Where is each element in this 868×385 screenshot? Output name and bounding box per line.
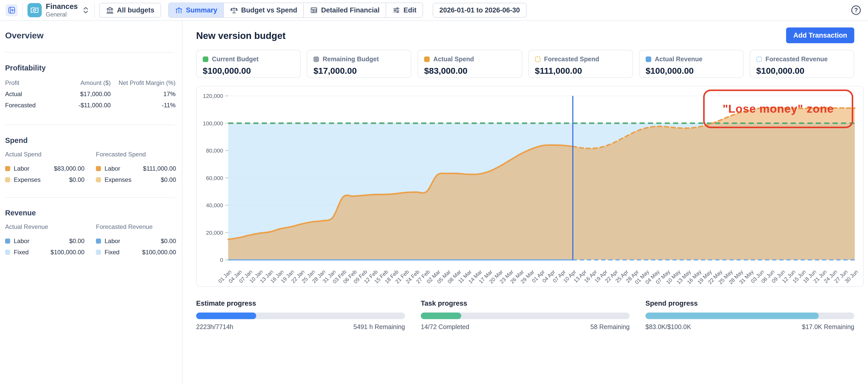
progress-track: [645, 313, 854, 319]
estimate-progress: Estimate progress 2223h/7714h 5491 h Rem…: [196, 299, 405, 330]
fixed-swatch: [5, 250, 10, 255]
table-row: Actual $17,000.00 17%: [5, 91, 176, 102]
stat-card-actual-revenue: Actual Revenue $100,000.00: [639, 50, 744, 78]
tab-summary[interactable]: Summary: [169, 3, 223, 17]
progress-track: [196, 313, 405, 319]
forecasted-spend-column: Forecasted Spend Labor $111,000.00 Expen…: [96, 151, 176, 185]
actual-revenue-column: Actual Revenue Labor $0.00 Fixed $100,00…: [5, 223, 85, 258]
progress-left-label: 2223h/7714h: [196, 323, 233, 330]
list-item: Labor $83,000.00: [5, 163, 85, 174]
task-progress: Task progress 14/72 Completed 58 Remaini…: [421, 299, 630, 330]
labor-swatch: [96, 238, 101, 244]
list-item: Fixed $100,000.00: [5, 247, 85, 258]
date-range-button[interactable]: 2026-01-01 to 2026-06-30: [433, 3, 527, 18]
list-item: Labor $111,000.00: [96, 163, 176, 174]
divider: [5, 52, 175, 53]
progress-fill: [421, 313, 461, 319]
list-item: Expenses $0.00: [96, 174, 176, 185]
revenue-breakdown: Actual Revenue Labor $0.00 Fixed $100,00…: [5, 223, 175, 258]
labor-swatch: [5, 238, 10, 244]
divider: [5, 197, 175, 198]
actual-spend-swatch: [424, 57, 430, 62]
budget-app: Finances General All budgets: [0, 0, 868, 385]
expenses-swatch: [96, 177, 101, 182]
profit-table-header: Profit Amount ($) Net Profit Margin (%): [5, 79, 176, 91]
collapse-sidebar-button[interactable]: [6, 4, 18, 16]
divider: [5, 125, 175, 125]
list-item: Expenses $0.00: [5, 174, 85, 185]
add-transaction-button[interactable]: Add Transaction: [786, 28, 854, 43]
progress-section: Estimate progress 2223h/7714h 5491 h Rem…: [196, 299, 854, 330]
scales-icon: [230, 6, 238, 14]
budget-titles: Finances General: [46, 3, 78, 18]
profitability-table: Profit Amount ($) Net Profit Margin (%) …: [5, 79, 176, 113]
main-panel: New version budget Add Transaction Curre…: [182, 21, 868, 385]
labor-swatch: [96, 166, 101, 171]
current-budget-swatch: [203, 57, 208, 62]
question-icon: ?: [850, 4, 862, 16]
list-item: Labor $0.00: [96, 235, 176, 247]
budget-area-chart[interactable]: 020,00040,00060,00080,000100,000120,0000…: [197, 87, 863, 286]
budget-name: Finances: [46, 3, 78, 11]
svg-text:60,000: 60,000: [206, 175, 223, 181]
actual-revenue-swatch: [646, 57, 651, 62]
bank-icon: [106, 6, 114, 14]
list-item: Labor $0.00: [5, 235, 85, 247]
banknote-icon: [30, 5, 40, 15]
progress-track: [421, 313, 630, 319]
svg-text:0: 0: [220, 257, 223, 263]
progress-right-label: 58 Remaining: [590, 323, 630, 330]
spend-progress: Spend progress $83.0K/$100.0K $17.0K Rem…: [645, 299, 854, 330]
overview-sidebar: Overview Profitability Profit Amount ($)…: [0, 21, 182, 385]
page-title: New version budget: [196, 31, 286, 41]
svg-text:40,000: 40,000: [206, 202, 223, 208]
budget-selector[interactable]: Finances General: [28, 3, 90, 18]
all-budgets-button[interactable]: All budgets: [99, 3, 161, 18]
sliders-icon: [392, 6, 400, 14]
stat-cards: Current Budget $100,000.00 Remaining Bud…: [196, 50, 854, 78]
svg-text:120,000: 120,000: [203, 93, 223, 99]
progress-right-label: $17.0K Remaining: [802, 323, 854, 330]
stat-card-forecasted-spend: Forecasted Spend $111,000.00: [528, 50, 633, 78]
progress-fill: [196, 313, 256, 319]
summary-chart-icon: [175, 6, 183, 14]
top-bar: Finances General All budgets: [0, 0, 868, 21]
stat-card-current-budget: Current Budget $100,000.00: [196, 50, 301, 78]
svg-text:80,000: 80,000: [206, 148, 223, 154]
tab-budget-vs-spend[interactable]: Budget vs Spend: [223, 3, 304, 17]
spend-breakdown: Actual Spend Labor $83,000.00 Expenses $…: [5, 151, 175, 185]
budget-chart-card: 020,00040,00060,00080,000100,000120,0000…: [196, 86, 864, 287]
sidebar-title: Overview: [5, 31, 175, 40]
tab-edit[interactable]: Edit: [386, 3, 423, 17]
forecasted-spend-swatch: [535, 57, 540, 62]
svg-text:?: ?: [854, 7, 858, 13]
list-item: Fixed $100,000.00: [96, 247, 176, 258]
chevron-up-down-icon[interactable]: [82, 6, 90, 14]
progress-fill: [645, 313, 819, 319]
divider: [94, 3, 95, 18]
svg-text:100,000: 100,000: [203, 120, 223, 127]
spend-heading: Spend: [5, 136, 175, 145]
progress-left-label: $83.0K/$100.0K: [645, 323, 691, 330]
revenue-heading: Revenue: [5, 209, 175, 217]
remaining-budget-swatch: [313, 57, 319, 62]
actual-spend-column: Actual Spend Labor $83,000.00 Expenses $…: [5, 151, 85, 185]
budget-group: General: [46, 11, 78, 18]
stat-card-remaining-budget: Remaining Budget $17,000.00: [307, 50, 411, 78]
collapse-sidebar-icon: [7, 6, 16, 14]
spreadsheet-icon: [310, 6, 318, 14]
fixed-swatch: [96, 250, 101, 255]
forecasted-revenue-swatch: [756, 57, 762, 62]
progress-left-label: 14/72 Completed: [421, 323, 469, 330]
view-tabs: Summary Budget vs Spend Detailed Financi…: [168, 3, 423, 18]
expenses-swatch: [5, 177, 10, 182]
divider: [22, 3, 23, 18]
profitability-heading: Profitability: [5, 64, 175, 72]
tab-detailed-financial[interactable]: Detailed Financial: [303, 3, 386, 17]
progress-right-label: 5491 h Remaining: [353, 323, 405, 330]
labor-swatch: [5, 166, 10, 171]
forecasted-revenue-column: Forecasted Revenue Labor $0.00 Fixed $10…: [96, 223, 176, 258]
table-row: Forecasted -$11,000.00 -11%: [5, 102, 176, 113]
help-button[interactable]: ?: [850, 4, 862, 16]
svg-text:20,000: 20,000: [206, 230, 223, 236]
